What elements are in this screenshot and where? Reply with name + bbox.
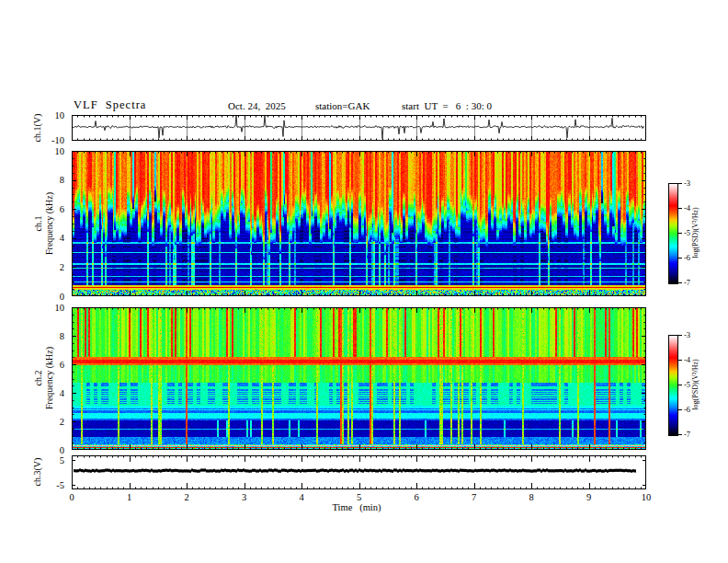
colorbar-2-tick-label: -7 bbox=[684, 430, 690, 439]
ch1-spec-ytick: 8 bbox=[34, 175, 64, 185]
colorbar-ch2 bbox=[668, 335, 678, 436]
colorbar-2-tick-label: -5 bbox=[684, 380, 690, 389]
ch1-wave-ytick: -10 bbox=[34, 135, 64, 145]
colorbar-tick bbox=[678, 434, 682, 435]
x-tick-label: 6 bbox=[414, 492, 418, 502]
ch1-spec-ytick: 6 bbox=[34, 204, 64, 214]
x-tick-label: 4 bbox=[299, 492, 303, 502]
ch2-spec-ytick: 10 bbox=[34, 303, 64, 313]
colorbar-1-tick-label: -5 bbox=[684, 228, 690, 237]
time-axis-label: Time (min) bbox=[333, 502, 381, 512]
date-label: Oct. 24, 2025 bbox=[228, 100, 286, 111]
colorbar-2-tick-label: -6 bbox=[684, 405, 690, 414]
vlf-spectra-figure: VLF Spectra Oct. 24, 2025 station=GAK st… bbox=[0, 0, 728, 563]
ch2-spec-ytick: 2 bbox=[34, 417, 64, 427]
x-tick-label: 0 bbox=[69, 492, 74, 502]
ch1-spec-ytick: 4 bbox=[34, 233, 64, 243]
ch1-wave-ytick: 10 bbox=[34, 110, 64, 121]
colorbar-tick bbox=[678, 335, 682, 336]
station-label: station=GAK bbox=[315, 100, 370, 111]
start-ut-label: start UT = 6 : 30: 0 bbox=[402, 100, 492, 111]
ch2-spec-ytick: 6 bbox=[34, 360, 64, 370]
colorbar-1-tick-label: -3 bbox=[684, 178, 690, 188]
x-tick-label: 5 bbox=[357, 492, 361, 502]
ch3-wave-ytick: 5 bbox=[34, 455, 64, 465]
ch1-spec-ytick: 2 bbox=[34, 262, 64, 272]
ch2-spec-ytick: 4 bbox=[34, 388, 64, 398]
colorbar-1-tick-label: -6 bbox=[684, 253, 690, 262]
ch1-spectrogram-canvas bbox=[72, 151, 646, 296]
x-tick-label: 10 bbox=[642, 492, 652, 502]
page-title: VLF Spectra bbox=[74, 98, 146, 112]
x-tick-label: 8 bbox=[529, 492, 533, 502]
colorbar-1-tick-label: -7 bbox=[684, 278, 690, 287]
colorbar-2-tick-label: -4 bbox=[684, 355, 690, 364]
colorbar-tick bbox=[678, 360, 682, 361]
ch2-spec-ylabel-line1: ch.2 bbox=[33, 347, 44, 409]
ch2-spec-ytick: 8 bbox=[34, 331, 64, 341]
x-tick-label: 9 bbox=[586, 492, 591, 502]
x-tick-label: 2 bbox=[184, 492, 188, 502]
x-tick-label: 1 bbox=[127, 492, 131, 502]
ch3-waveform-canvas bbox=[72, 455, 646, 489]
colorbar-tick bbox=[678, 282, 682, 283]
ch2-spec-ytick: 0 bbox=[34, 445, 64, 455]
ch1-spec-ylabel: ch.1 Frequency (kHz) bbox=[33, 192, 54, 255]
x-tick-label: 7 bbox=[472, 492, 476, 502]
ch1-waveform-canvas bbox=[72, 115, 646, 141]
ch1-spec-ylabel-line1: ch.1 bbox=[33, 192, 44, 255]
colorbar-ch1 bbox=[668, 183, 678, 284]
colorbar-tick bbox=[678, 409, 682, 410]
ch1-spec-ytick: 0 bbox=[34, 292, 64, 302]
colorbar-2-tick-label: -3 bbox=[684, 330, 690, 339]
colorbar-1-tick-label: -4 bbox=[684, 203, 690, 213]
ch2-spectrogram-canvas bbox=[72, 307, 646, 450]
colorbar-tick bbox=[678, 183, 682, 184]
colorbar-tick bbox=[678, 233, 682, 234]
ch1-spec-ytick: 10 bbox=[34, 146, 64, 156]
x-tick-label: 3 bbox=[242, 492, 246, 502]
colorbar-tick bbox=[678, 385, 682, 385]
ch3-wave-ytick: -5 bbox=[34, 480, 64, 490]
ch2-spec-ylabel: ch.2 Frequency (kHz) bbox=[33, 347, 54, 409]
colorbar-ch2-title: log(PSD)(V²/Hz) bbox=[691, 359, 700, 409]
ch1-spec-ylabel-line2: Frequency (kHz) bbox=[43, 192, 54, 255]
ch2-spec-ylabel-line2: Frequency (kHz) bbox=[43, 347, 54, 409]
colorbar-tick bbox=[678, 258, 682, 259]
colorbar-tick bbox=[678, 208, 682, 209]
colorbar-ch1-title: log(PSD)(V²/Hz) bbox=[691, 207, 700, 258]
